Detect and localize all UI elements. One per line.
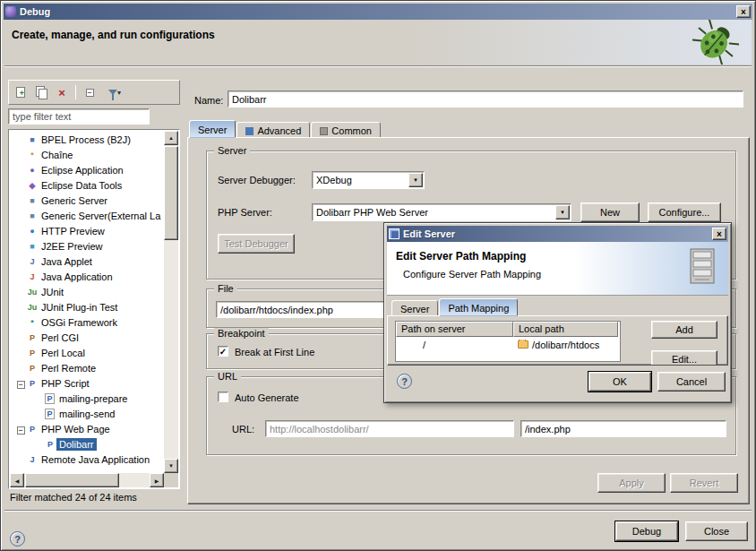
tree-horizontal-scrollbar[interactable]: ◀ ▶ — [10, 473, 164, 487]
tree-item-php-script[interactable]: −PPHP Script — [10, 375, 164, 391]
collapse-all-button[interactable]: − — [81, 83, 99, 101]
tab-path-mapping[interactable]: Path Mapping — [439, 298, 518, 316]
tree-item-j2ee-preview[interactable]: ■J2EE Preview — [10, 238, 164, 254]
scroll-down-icon[interactable]: ▼ — [164, 459, 178, 473]
delete-configuration-button[interactable]: × — [53, 83, 71, 101]
php-server-value: Dolibarr PHP Web Server — [316, 207, 554, 218]
tree-item-remote-java-application[interactable]: JRemote Java Application — [10, 452, 164, 467]
path-mapping-tab-page: Path on server Local path / /dolibarr/ht… — [387, 315, 728, 366]
tree-item-cha-ne[interactable]: *Chaîne — [10, 147, 164, 162]
column-local-path[interactable]: Local path — [513, 322, 618, 337]
dialog-titlebar[interactable]: Edit Server × — [387, 226, 728, 242]
combo-arrow-icon[interactable]: ▼ — [555, 205, 570, 220]
tree-item-generic-server-external-la[interactable]: ■Generic Server(External La — [10, 208, 164, 223]
tree-item-mailing-prepare[interactable]: Pmailing-prepare — [10, 391, 164, 406]
column-path-on-server[interactable]: Path on server — [396, 322, 513, 337]
debug-button[interactable]: Debug — [615, 521, 678, 541]
tree-item-eclipse-data-tools[interactable]: ◆Eclipse Data Tools — [10, 177, 164, 193]
scroll-right-icon[interactable]: ▶ — [150, 473, 164, 487]
configure-server-button[interactable]: Configure... — [648, 202, 721, 222]
horizontal-scroll-thumb[interactable] — [25, 473, 119, 487]
dialog-heading: Edit Server Path Mapping — [396, 250, 526, 263]
tab-advanced[interactable]: Advanced — [236, 122, 310, 138]
dialog-close-button[interactable]: × — [712, 228, 726, 240]
filter-button[interactable]: ▾ — [101, 83, 128, 101]
filter-dropdown-icon: ▾ — [117, 89, 121, 97]
edit-mapping-button[interactable]: Edit... — [651, 350, 717, 366]
auto-generate-checkbox[interactable] — [218, 392, 228, 402]
tree-item-dolibarr[interactable]: PDolibarr — [10, 436, 164, 452]
tree-item-bpel-process-b2j-[interactable]: ■BPEL Process (B2J) — [10, 132, 164, 147]
php-server-combo[interactable]: Dolibarr PHP Web Server ▼ — [312, 203, 571, 221]
auto-url-input[interactable] — [265, 420, 514, 437]
url-path-input[interactable] — [520, 420, 726, 437]
tab-dialog-server[interactable]: Server — [391, 300, 438, 316]
window-titlebar[interactable]: Debug × — [4, 4, 752, 20]
tree-item-junit-plug-in-test[interactable]: JuJUnit Plug-in Test — [10, 299, 164, 314]
server-debugger-combo[interactable]: XDebug ▼ — [312, 171, 425, 189]
tree-item-perl-local[interactable]: PPerl Local — [10, 345, 164, 360]
test-debugger-button[interactable]: Test Debugger — [218, 234, 295, 254]
osgi-icon: * — [26, 318, 39, 327]
delete-icon: × — [58, 86, 65, 99]
tree-item-java-applet[interactable]: JJava Applet — [10, 254, 164, 269]
filter-input[interactable] — [8, 108, 150, 125]
name-input[interactable] — [228, 90, 743, 108]
close-button[interactable]: Close — [685, 521, 748, 541]
tab-common[interactable]: Common — [311, 122, 381, 138]
scroll-up-icon[interactable]: ▲ — [164, 131, 178, 145]
tree-item-java-application[interactable]: JJava Application — [10, 269, 164, 284]
add-mapping-button[interactable]: Add — [651, 321, 717, 339]
tree-item-eclipse-application[interactable]: ●Eclipse Application — [10, 162, 164, 177]
new-server-button[interactable]: New — [580, 202, 640, 222]
dialog-tabs: Server Path Mapping — [391, 298, 519, 316]
tree-item-php-web-page[interactable]: −PPHP Web Page — [10, 421, 164, 436]
ok-button[interactable]: OK — [588, 372, 651, 392]
table-row[interactable]: / /dolibarr/htdocs — [396, 337, 620, 352]
vertical-scroll-thumb[interactable] — [164, 146, 178, 240]
path-mapping-table[interactable]: Path on server Local path / /dolibarr/ht… — [395, 321, 621, 362]
combo-arrow-icon[interactable]: ▼ — [408, 173, 423, 187]
apply-button[interactable]: Apply — [597, 473, 666, 493]
php-file-icon: P — [45, 409, 55, 419]
tree-vertical-scrollbar[interactable]: ▲ ▼ — [164, 131, 178, 473]
eclipse-icon: ● — [26, 166, 39, 175]
advanced-tab-icon — [245, 127, 253, 135]
tree-expander-icon[interactable]: − — [17, 426, 25, 435]
new-configuration-button[interactable]: + — [12, 83, 30, 101]
tab-server[interactable]: Server — [189, 120, 236, 138]
cancel-button[interactable]: Cancel — [657, 372, 726, 392]
tree-item-http-preview[interactable]: ●HTTP Preview — [10, 223, 164, 238]
tree-item-osgi-framework[interactable]: *OSGi Framework — [10, 314, 164, 330]
window-close-button[interactable]: × — [736, 5, 751, 18]
tree-item-label: mailing-prepare — [56, 392, 130, 405]
tab-dialog-server-label: Server — [400, 304, 429, 314]
tree-item-perl-remote[interactable]: PPerl Remote — [10, 360, 164, 375]
tree-item-label: Perl Remote — [39, 362, 99, 375]
help-button[interactable]: ? — [10, 531, 25, 547]
tree-item-label: Java Application — [39, 271, 116, 283]
perl-icon: P — [26, 349, 39, 357]
tree-item-generic-server[interactable]: ■Generic Server — [10, 193, 164, 208]
tree-item-label: JUnit — [39, 286, 66, 298]
tree-expander-icon[interactable]: − — [17, 381, 25, 389]
local-path-value: /dolibarr/htdocs — [532, 340, 599, 350]
php-file-icon: P — [45, 393, 55, 404]
revert-button[interactable]: Revert — [670, 473, 738, 493]
tree-item-label: Perl CGI — [39, 331, 82, 344]
collapse-all-icon: − — [86, 89, 94, 97]
tab-path-mapping-label: Path Mapping — [448, 303, 509, 314]
dialog-banner: Edit Server Path Mapping Configure Serve… — [387, 242, 728, 296]
junit-icon: Ju — [26, 288, 39, 297]
break-first-line-checkbox[interactable]: ✓ — [218, 346, 228, 357]
duplicate-configuration-button[interactable] — [32, 83, 50, 101]
scroll-left-icon[interactable]: ◀ — [10, 473, 24, 487]
tree-item-junit[interactable]: JuJUnit — [10, 284, 164, 299]
tree-item-mailing-send[interactable]: Pmailing-send — [10, 406, 164, 421]
tree-item-label: mailing-send — [56, 408, 117, 420]
tree-item-perl-cgi[interactable]: PPerl CGI — [10, 330, 164, 345]
tree-item-label: Chaîne — [39, 149, 75, 161]
applet-icon: J — [26, 257, 39, 266]
header-title: Create, manage, and run configurations — [12, 29, 215, 41]
dialog-help-button[interactable]: ? — [397, 374, 412, 389]
